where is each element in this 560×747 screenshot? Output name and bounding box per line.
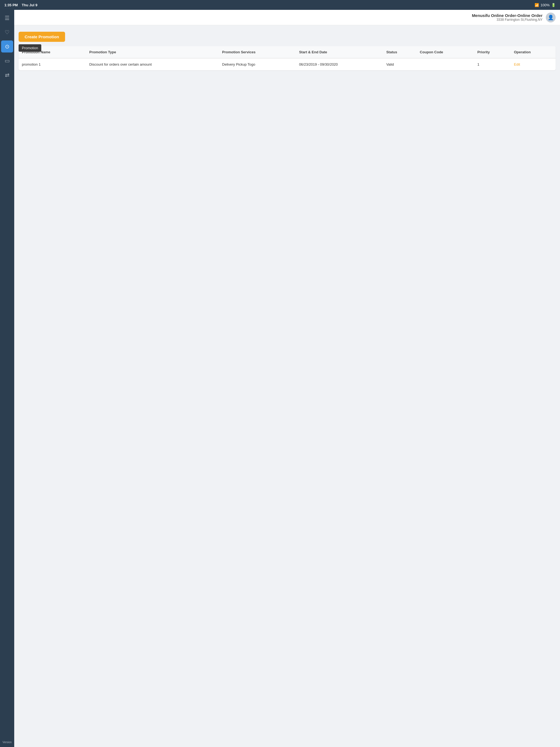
create-promotion-button[interactable]: Create Promotion Promotion [19, 32, 65, 42]
col-operation: Operation [510, 46, 556, 58]
avatar[interactable]: 👤 [546, 12, 556, 22]
promotions-table-container: Promotion Name Promotion Type Promotion … [19, 46, 556, 70]
promotion-tooltip: Promotion [19, 44, 41, 52]
header-title-block: Menusifu Online Order-Online Order 3338 … [472, 13, 542, 22]
content-area: Create Promotion Promotion Promotion Nam… [14, 25, 560, 747]
app-address: 3338 Farrington St,Flushing,NY [472, 18, 542, 22]
table-header-row: Promotion Name Promotion Type Promotion … [19, 46, 556, 58]
cell-priority: 1 [474, 58, 511, 70]
user-icon: 👤 [548, 15, 554, 21]
status-time: 1:35 PM [4, 3, 18, 7]
cell-promotion-type: Discount for orders over certain amount [86, 58, 219, 70]
table-header: Promotion Name Promotion Type Promotion … [19, 46, 556, 58]
battery-icon: 🔋 [551, 3, 556, 7]
cell-promotion-services: Delivery Pickup Togo [219, 58, 296, 70]
col-promotion-services: Promotion Services [219, 46, 296, 58]
cell-operation[interactable]: Edit [510, 58, 556, 70]
app-header: Menusifu Online Order-Online Order 3338 … [14, 10, 560, 25]
cell-dates: 06/23/2019 - 09/30/2020 [296, 58, 383, 70]
edit-link[interactable]: Edit [514, 62, 520, 67]
sidebar-item-favorite[interactable]: ♡ [1, 26, 13, 38]
promotions-table: Promotion Name Promotion Type Promotion … [19, 46, 556, 70]
col-priority: Priority [474, 46, 511, 58]
sync-icon: ⇄ [5, 72, 9, 78]
cell-promotion-name: promotion 1 [19, 58, 86, 70]
col-status: Status [383, 46, 417, 58]
menu-icon: ☰ [5, 15, 9, 21]
table-body: promotion 1 Discount for orders over cer… [19, 58, 556, 70]
promotion-icon: ⊙ [5, 43, 9, 50]
sidebar-item-sync[interactable]: ⇄ [1, 69, 13, 81]
card-icon: ▭ [5, 57, 10, 64]
status-bar: 1:35 PM Thu Jul 9 📶 100% 🔋 [0, 0, 560, 10]
col-coupon-code: Coupon Code [416, 46, 474, 58]
app-container: 1:35 PM Thu Jul 9 📶 100% 🔋 ☰ ♡ ⊙ ▭ [0, 0, 560, 747]
status-time-date: 1:35 PM Thu Jul 9 [4, 3, 37, 7]
battery-percent: 100% [541, 3, 550, 7]
wifi-icon: 📶 [535, 3, 539, 7]
col-promotion-type: Promotion Type [86, 46, 219, 58]
main-layout: ☰ ♡ ⊙ ▭ ⇄ Version Menusifu Online Order-… [0, 10, 560, 747]
sidebar: ☰ ♡ ⊙ ▭ ⇄ Version [0, 10, 14, 747]
sidebar-item-menu[interactable]: ☰ [1, 12, 13, 24]
status-date: Thu Jul 9 [22, 3, 37, 7]
sidebar-item-card[interactable]: ▭ [1, 55, 13, 67]
status-right: 📶 100% 🔋 [535, 3, 556, 7]
page-header-row: Create Promotion Promotion [19, 32, 556, 42]
version-label: Version [2, 741, 11, 744]
cell-coupon [416, 58, 474, 70]
app-name: Menusifu Online Order-Online Order [472, 13, 542, 18]
col-start-end-date: Start & End Date [296, 46, 383, 58]
heart-icon: ♡ [5, 29, 9, 35]
cell-status: Valid [383, 58, 417, 70]
sidebar-item-promotion[interactable]: ⊙ [1, 41, 13, 52]
table-row: promotion 1 Discount for orders over cer… [19, 58, 556, 70]
